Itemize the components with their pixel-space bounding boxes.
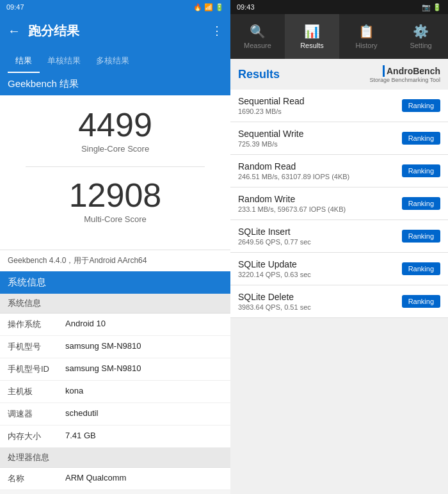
- left-panel: 09:47 🔥 📶 🔋 ← 跑分结果 ⋮ 结果 单核结果 多核结果 Geekbe…: [0, 0, 230, 494]
- info-key-board: 主机板: [8, 386, 65, 397]
- bench-info-seq-write: Sequential Write 725.39 MB/s: [238, 129, 303, 148]
- androbench-name: AndroBench: [387, 66, 440, 76]
- group-label-sys: 系统信息: [0, 294, 230, 314]
- bench-value-seq-write: 725.39 MB/s: [238, 140, 303, 148]
- score-divider: [26, 166, 205, 167]
- single-core-score: 4499: [13, 108, 218, 141]
- bench-info-sqlite-delete: SQLite Delete 3983.64 QPS, 0.51 sec: [238, 292, 311, 311]
- sys-info-header: 系统信息: [0, 271, 230, 294]
- ranking-btn-seq-read[interactable]: Ranking: [402, 99, 440, 112]
- bench-info-sqlite-insert: SQLite Insert 2649.56 QPS, 0.77 sec: [238, 227, 311, 246]
- androbench-sub: Storage Benchmarking Tool: [370, 77, 440, 83]
- nav-tab-results-label: Results: [300, 42, 324, 49]
- right-panel: 09:43 📷 🔋 🔍 Measure 📊 Results 📋 History …: [230, 0, 448, 494]
- right-status-icons: 📷 🔋: [422, 3, 442, 12]
- bench-info-rand-write: Random Write 233.1 MB/s, 59673.67 IOPS (…: [238, 194, 346, 213]
- bench-name-sqlite-insert: SQLite Insert: [238, 227, 311, 237]
- right-nav-tabs: 🔍 Measure 📊 Results 📋 History ⚙️ Setting: [230, 14, 448, 59]
- bench-name-sqlite-update: SQLite Update: [238, 259, 311, 269]
- info-row-board: 主机板 kona: [0, 381, 230, 403]
- ranking-btn-sqlite-delete[interactable]: Ranking: [402, 295, 440, 308]
- single-core-label: Single-Core Score: [13, 144, 218, 154]
- menu-button[interactable]: ⋮: [211, 24, 223, 38]
- page-title: 跑分结果: [28, 22, 211, 40]
- bench-name-sqlite-delete: SQLite Delete: [238, 292, 311, 302]
- ranking-btn-sqlite-update[interactable]: Ranking: [402, 262, 440, 275]
- nav-tab-history[interactable]: 📋 History: [339, 14, 394, 59]
- info-key-modelid: 手机型号ID: [8, 363, 65, 375]
- bench-row-seq-write: Sequential Write 725.39 MB/s Ranking: [230, 122, 448, 155]
- measure-icon: 🔍: [250, 24, 266, 39]
- info-val-memory: 7.41 GB: [65, 431, 223, 442]
- info-key-governor: 调速器: [8, 408, 65, 420]
- bench-name-rand-write: Random Write: [238, 194, 346, 204]
- info-row-model: 手机型号 samsung SM-N9810: [0, 336, 230, 358]
- bench-info-seq-read: Sequential Read 1690.23 MB/s: [238, 96, 305, 115]
- results-icon: 📊: [304, 24, 320, 39]
- results-title: Results: [238, 68, 280, 81]
- scores-section: 4499 Single-Core Score 12908 Multi-Core …: [0, 95, 230, 250]
- tab-results[interactable]: 结果: [8, 50, 40, 73]
- bench-row-rand-read: Random Read 246.51 MB/s, 63107.89 IOPS (…: [230, 155, 448, 187]
- back-button[interactable]: ←: [8, 24, 20, 38]
- info-val-model: samsung SM-N9810: [65, 341, 223, 353]
- ranking-btn-sqlite-insert[interactable]: Ranking: [402, 230, 440, 243]
- logo-bar-line: [383, 65, 385, 77]
- bench-row-seq-read: Sequential Read 1690.23 MB/s Ranking: [230, 90, 448, 122]
- bench-row-rand-write: Random Write 233.1 MB/s, 59673.67 IOPS (…: [230, 187, 448, 220]
- right-time: 09:43: [237, 3, 255, 11]
- logo-bar: AndroBench: [383, 65, 440, 77]
- info-row-cpu-name: 名称 ARM Qualcomm: [0, 468, 230, 490]
- bench-info-sqlite-update: SQLite Update 3220.14 QPS, 0.63 sec: [238, 259, 311, 278]
- bench-value-sqlite-insert: 2649.56 QPS, 0.77 sec: [238, 238, 311, 246]
- nav-tab-results[interactable]: 📊 Results: [285, 14, 339, 59]
- info-row-modelid: 手机型号ID samsung SM-N9810: [0, 358, 230, 381]
- info-key-model: 手机型号: [8, 341, 65, 353]
- bench-value-rand-write: 233.1 MB/s, 59673.67 IOPS (4KB): [238, 205, 346, 213]
- nav-tab-setting[interactable]: ⚙️ Setting: [394, 14, 448, 59]
- bench-value-sqlite-update: 3220.14 QPS, 0.63 sec: [238, 271, 311, 278]
- multi-core-score: 12908: [13, 179, 218, 212]
- info-val-modelid: samsung SM-N9810: [65, 363, 223, 375]
- multi-core-label: Multi-Core Score: [13, 214, 218, 224]
- geekbench-header: Geekbench 结果: [0, 73, 230, 95]
- bench-name-rand-read: Random Read: [238, 161, 349, 171]
- bench-name-seq-write: Sequential Write: [238, 129, 303, 139]
- bench-row-sqlite-update: SQLite Update 3220.14 QPS, 0.63 sec Rank…: [230, 253, 448, 285]
- history-icon: 📋: [358, 24, 374, 39]
- left-status-bar: 09:47 🔥 📶 🔋: [0, 0, 230, 14]
- ranking-btn-rand-write[interactable]: Ranking: [402, 197, 440, 210]
- left-top-bar: ← 跑分结果 ⋮: [0, 14, 230, 47]
- info-val-cpu-name: ARM Qualcomm: [65, 473, 223, 484]
- info-row-governor: 调速器 schedutil: [0, 403, 230, 426]
- ranking-btn-seq-write[interactable]: Ranking: [402, 132, 440, 145]
- bench-value-seq-read: 1690.23 MB/s: [238, 108, 305, 115]
- bench-value-rand-read: 246.51 MB/s, 63107.89 IOPS (4KB): [238, 173, 349, 180]
- bench-row-sqlite-insert: SQLite Insert 2649.56 QPS, 0.77 sec Rank…: [230, 220, 448, 253]
- tab-single-core[interactable]: 单核结果: [40, 50, 88, 73]
- group-label-cpu: 处理器信息: [0, 448, 230, 468]
- nav-tab-setting-label: Setting: [410, 42, 431, 49]
- bench-row-sqlite-delete: SQLite Delete 3983.64 QPS, 0.51 sec Rank…: [230, 285, 448, 318]
- ranking-btn-rand-read[interactable]: Ranking: [402, 164, 440, 177]
- tab-multi-core[interactable]: 多核结果: [88, 50, 137, 73]
- nav-tab-measure-label: Measure: [244, 42, 271, 49]
- androbench-logo: AndroBench Storage Benchmarking Tool: [370, 65, 440, 83]
- tab-bar: 结果 单核结果 多核结果: [0, 47, 230, 73]
- results-header-bar: Results AndroBench Storage Benchmarking …: [230, 59, 448, 90]
- info-row-memory: 内存大小 7.41 GB: [0, 426, 230, 448]
- info-key-cpu-name: 名称: [8, 473, 65, 484]
- info-key-os: 操作系统: [8, 319, 65, 330]
- left-time: 09:47: [6, 3, 24, 11]
- info-row-os: 操作系统 Android 10: [0, 314, 230, 336]
- bench-name-seq-read: Sequential Read: [238, 96, 305, 106]
- info-key-memory: 内存大小: [8, 431, 65, 442]
- nav-tab-measure[interactable]: 🔍 Measure: [230, 14, 285, 59]
- version-info: Geekbench 4.4.0，用于Android AArch64: [0, 250, 230, 271]
- results-section: Results AndroBench Storage Benchmarking …: [230, 59, 448, 494]
- bench-info-rand-read: Random Read 246.51 MB/s, 63107.89 IOPS (…: [238, 161, 349, 180]
- nav-tab-history-label: History: [355, 42, 377, 49]
- left-status-icons: 🔥 📶 🔋: [193, 3, 224, 12]
- setting-icon: ⚙️: [413, 24, 429, 39]
- info-val-board: kona: [65, 386, 223, 397]
